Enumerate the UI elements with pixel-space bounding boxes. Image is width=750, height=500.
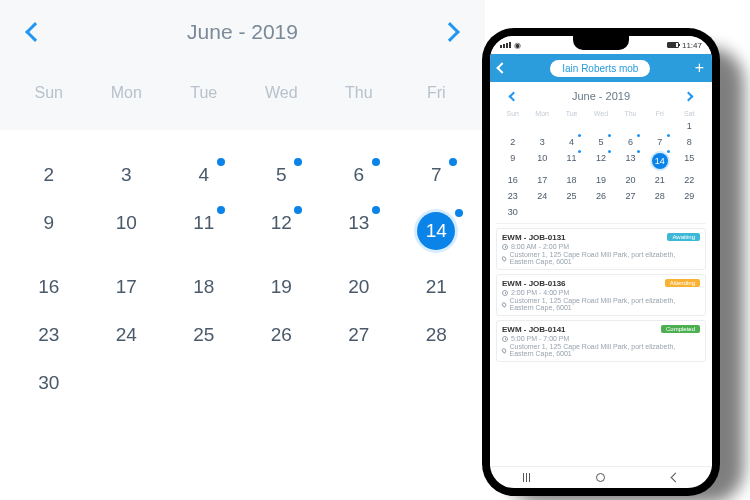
calendar-day[interactable]: 30 xyxy=(10,372,88,394)
mobile-calendar-day[interactable]: 4 xyxy=(557,137,586,147)
mobile-calendar-day[interactable]: 2 xyxy=(498,137,527,147)
location-icon xyxy=(501,255,508,262)
job-card[interactable]: EWM - JOB-0131Awaiting8:00 AM - 2:00 PMC… xyxy=(496,228,706,270)
status-badge: Awaiting xyxy=(667,233,700,241)
calendar-day[interactable]: 2 xyxy=(10,164,88,186)
mobile-weekday-label: Tue xyxy=(557,110,586,117)
mobile-calendar-day[interactable]: 11 xyxy=(557,153,586,169)
mobile-calendar-day[interactable]: 16 xyxy=(498,175,527,185)
calendar-day[interactable]: 11 xyxy=(165,212,243,250)
mobile-calendar-day[interactable]: 3 xyxy=(527,137,556,147)
mobile-next-month[interactable] xyxy=(684,91,694,101)
event-dot-icon xyxy=(372,206,380,214)
mobile-calendar-day[interactable]: 7 xyxy=(645,137,674,147)
next-month-button[interactable] xyxy=(440,22,460,42)
calendar-day[interactable]: 25 xyxy=(165,324,243,346)
back-button[interactable] xyxy=(496,62,507,73)
battery-icon xyxy=(667,42,679,48)
mobile-calendar-day[interactable]: 15 xyxy=(675,153,704,169)
calendar-day[interactable]: 21 xyxy=(398,276,476,298)
job-card[interactable]: EWM - JOB-0136Attending2:00 PM - 4:00 PM… xyxy=(496,274,706,316)
mobile-calendar-day[interactable]: 10 xyxy=(527,153,556,169)
calendar-day[interactable]: 16 xyxy=(10,276,88,298)
calendar-day[interactable]: 26 xyxy=(243,324,321,346)
calendar-header: June - 2019 xyxy=(0,0,485,64)
mobile-calendar-day[interactable]: 19 xyxy=(586,175,615,185)
mobile-calendar-day[interactable]: 8 xyxy=(675,137,704,147)
event-dot-icon xyxy=(667,134,670,137)
calendar-day[interactable]: 12 xyxy=(243,212,321,250)
mobile-calendar-day[interactable]: 23 xyxy=(498,191,527,201)
calendar-grid: 2345679101112131416171819202123242526272… xyxy=(0,130,485,402)
calendar-day xyxy=(320,372,398,394)
nav-recent-button[interactable] xyxy=(523,473,530,482)
mobile-calendar-day[interactable]: 20 xyxy=(616,175,645,185)
job-time: 8:00 AM - 2:00 PM xyxy=(511,243,569,250)
user-pill[interactable]: Iain Roberts mob xyxy=(550,60,650,77)
mobile-calendar-day[interactable]: 13 xyxy=(616,153,645,169)
mobile-calendar-day[interactable]: 12 xyxy=(586,153,615,169)
calendar-day[interactable]: 24 xyxy=(88,324,166,346)
mobile-weekday-label: Mon xyxy=(527,110,556,117)
mobile-weekday-label: Fri xyxy=(645,110,674,117)
weekday-label: Mon xyxy=(88,84,166,102)
calendar-day[interactable]: 17 xyxy=(88,276,166,298)
calendar-title: June - 2019 xyxy=(187,20,298,44)
mobile-calendar-day[interactable]: 17 xyxy=(527,175,556,185)
mobile-calendar-day[interactable]: 25 xyxy=(557,191,586,201)
event-dot-icon xyxy=(667,150,670,153)
prev-month-button[interactable] xyxy=(25,22,45,42)
calendar-day[interactable]: 13 xyxy=(320,212,398,250)
mobile-weekday-label: Wed xyxy=(586,110,615,117)
mobile-calendar-day[interactable]: 26 xyxy=(586,191,615,201)
add-button[interactable]: + xyxy=(695,60,704,76)
mobile-calendar-day[interactable]: 9 xyxy=(498,153,527,169)
mobile-calendar-day[interactable]: 18 xyxy=(557,175,586,185)
calendar-day[interactable]: 20 xyxy=(320,276,398,298)
mobile-calendar-day[interactable]: 24 xyxy=(527,191,556,201)
mobile-calendar-day[interactable]: 1 xyxy=(675,121,704,131)
mobile-weekday-label: Sat xyxy=(675,110,704,117)
nav-home-button[interactable] xyxy=(596,473,605,482)
calendar-day[interactable]: 6 xyxy=(320,164,398,186)
mobile-calendar-day[interactable]: 29 xyxy=(675,191,704,201)
calendar-day[interactable]: 28 xyxy=(398,324,476,346)
mobile-weekday-row: SunMonTueWedThuFriSat xyxy=(490,106,712,119)
calendar-day[interactable]: 14 xyxy=(398,212,476,250)
location-icon xyxy=(501,301,508,308)
event-dot-icon xyxy=(637,134,640,137)
mobile-calendar-day[interactable]: 6 xyxy=(616,137,645,147)
mobile-prev-month[interactable] xyxy=(509,91,519,101)
mobile-calendar-day[interactable]: 22 xyxy=(675,175,704,185)
calendar-day[interactable]: 4 xyxy=(165,164,243,186)
mobile-calendar-day xyxy=(586,207,615,217)
mobile-calendar-day[interactable]: 30 xyxy=(498,207,527,217)
mobile-calendar-day xyxy=(527,207,556,217)
clock-icon xyxy=(502,244,508,250)
calendar-day[interactable]: 9 xyxy=(10,212,88,250)
calendar-day[interactable]: 3 xyxy=(88,164,166,186)
calendar-day[interactable]: 10 xyxy=(88,212,166,250)
mobile-calendar-day xyxy=(498,121,527,131)
mobile-calendar-day[interactable]: 5 xyxy=(586,137,615,147)
weekday-label: Fri xyxy=(398,84,476,102)
mobile-calendar-day[interactable]: 14 xyxy=(645,153,674,169)
mobile-calendar-day[interactable]: 27 xyxy=(616,191,645,201)
job-card[interactable]: EWM - JOB-0141Completed5:00 PM - 7:00 PM… xyxy=(496,320,706,362)
event-dot-icon xyxy=(608,134,611,137)
calendar-day[interactable]: 5 xyxy=(243,164,321,186)
calendar-day[interactable]: 7 xyxy=(398,164,476,186)
nav-back-button[interactable] xyxy=(670,473,680,483)
mobile-calendar-day[interactable]: 28 xyxy=(645,191,674,201)
calendar-day[interactable]: 19 xyxy=(243,276,321,298)
calendar-day[interactable]: 23 xyxy=(10,324,88,346)
calendar-day[interactable]: 18 xyxy=(165,276,243,298)
calendar-day[interactable]: 27 xyxy=(320,324,398,346)
mobile-calendar-day[interactable]: 21 xyxy=(645,175,674,185)
event-dot-icon xyxy=(217,206,225,214)
wifi-icon: ◉ xyxy=(514,41,521,50)
status-badge: Completed xyxy=(661,325,700,333)
mobile-calendar-title: June - 2019 xyxy=(572,90,630,102)
event-dot-icon xyxy=(608,150,611,153)
event-dot-icon xyxy=(578,134,581,137)
